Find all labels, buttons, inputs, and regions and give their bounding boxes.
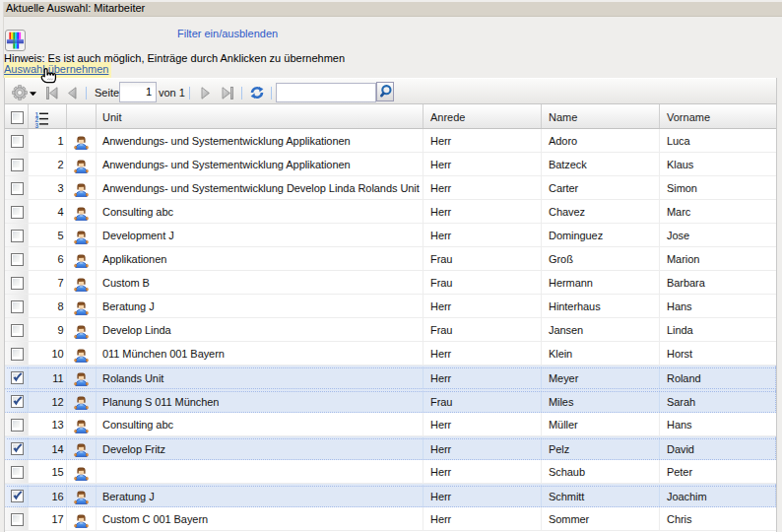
svg-text:3: 3 [35, 122, 39, 129]
